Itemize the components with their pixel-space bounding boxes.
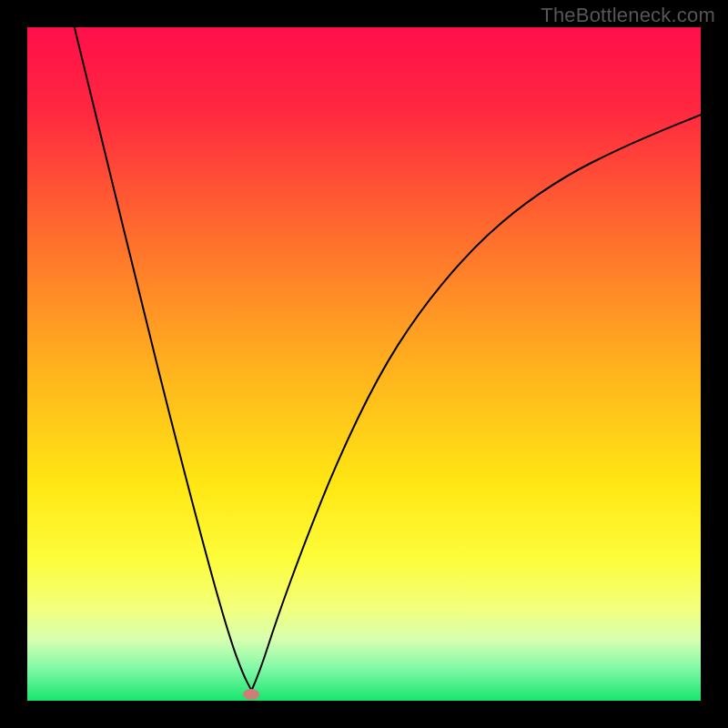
curve-layer [27, 27, 701, 701]
plot-area [27, 27, 701, 701]
chart-frame: TheBottleneck.com [0, 0, 728, 728]
watermark-text: TheBottleneck.com [541, 4, 715, 27]
optimum-marker [243, 689, 259, 700]
bottleneck-curve [75, 27, 701, 691]
